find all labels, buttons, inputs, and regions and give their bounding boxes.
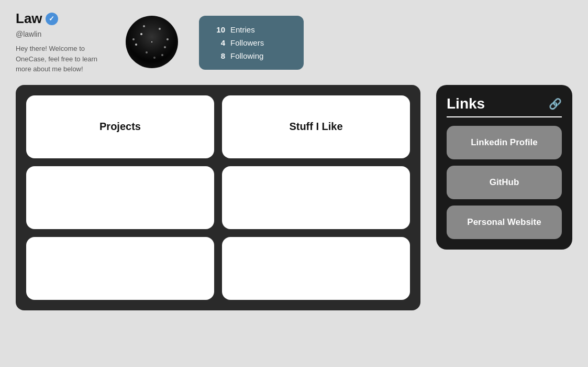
profile-handle: @lawlin	[16, 30, 105, 38]
grid-card-label-stuff-i-like: Stuff I Like	[289, 121, 342, 133]
avatar-sparkle	[151, 41, 152, 42]
profile-name-row: Law ✓	[16, 10, 105, 27]
stat-followers: 4 Followers	[215, 38, 288, 47]
following-count: 8	[215, 51, 225, 60]
links-panel: Links 🔗 Linkedin Profile GitHub Personal…	[436, 85, 572, 250]
profile-name: Law	[16, 10, 42, 27]
entries-label: Entries	[230, 25, 255, 34]
link-button-personal-website[interactable]: Personal Website	[447, 206, 562, 239]
content-grid: Projects Stuff I Like	[26, 95, 410, 300]
grid-card-projects[interactable]: Projects	[26, 95, 214, 158]
link-button-linkedin[interactable]: Linkedin Profile	[447, 126, 562, 159]
verified-icon: ✓	[46, 13, 58, 25]
links-title: Links	[447, 95, 485, 112]
stat-following: 8 Following	[215, 51, 288, 60]
grid-panel: Projects Stuff I Like	[16, 85, 420, 310]
grid-card-6[interactable]	[222, 237, 410, 300]
link-button-label-personal-website: Personal Website	[467, 217, 541, 228]
main-content: Projects Stuff I Like Links 🔗	[16, 85, 572, 310]
grid-card-label-projects: Projects	[99, 121, 141, 133]
link-button-github[interactable]: GitHub	[447, 166, 562, 199]
stats-box: 10 Entries 4 Followers 8 Following	[199, 16, 304, 70]
grid-card-3[interactable]	[26, 166, 214, 229]
grid-card-5[interactable]	[26, 237, 214, 300]
followers-label: Followers	[230, 38, 264, 47]
profile-bio: Hey there! Welcome to OneCase, feel free…	[16, 44, 105, 74]
grid-card-4[interactable]	[222, 166, 410, 229]
links-header: Links 🔗	[447, 95, 562, 112]
links-divider	[447, 116, 562, 117]
avatar	[126, 16, 178, 68]
link-button-label-github: GitHub	[490, 177, 519, 188]
stat-entries: 10 Entries	[215, 25, 288, 34]
entries-count: 10	[215, 25, 225, 34]
grid-card-stuff-i-like[interactable]: Stuff I Like	[222, 95, 410, 158]
following-label: Following	[230, 51, 263, 60]
page-header: Law ✓ @lawlin Hey there! Welcome to OneC…	[16, 10, 572, 74]
followers-count: 4	[215, 38, 225, 47]
avatar-area	[126, 16, 178, 68]
copy-link-icon[interactable]: 🔗	[549, 98, 562, 110]
link-button-label-linkedin: Linkedin Profile	[471, 137, 538, 148]
profile-info: Law ✓ @lawlin Hey there! Welcome to OneC…	[16, 10, 105, 74]
